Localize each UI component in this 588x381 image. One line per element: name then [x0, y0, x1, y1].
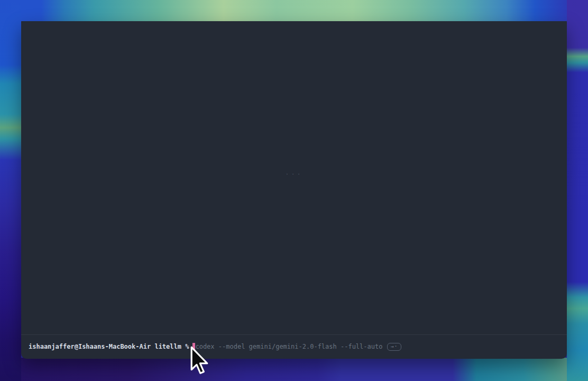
shell-prompt: ishaanjaffer@Ishaans-MacBook-Air litellm… [29, 343, 189, 350]
terminal-window[interactable]: ··· ishaanjaffer@Ishaans-MacBook-Air lit… [21, 21, 567, 359]
accept-suggestion-hint-badge: →· [387, 343, 401, 351]
autosuggestion-text: codex --model gemini/gemini-2.0-flash --… [195, 343, 382, 350]
loading-ellipsis: ··· [21, 170, 567, 178]
command-input-line[interactable]: ishaanjaffer@Ishaans-MacBook-Air litellm… [29, 341, 562, 352]
prompt-separator-line [21, 334, 567, 335]
